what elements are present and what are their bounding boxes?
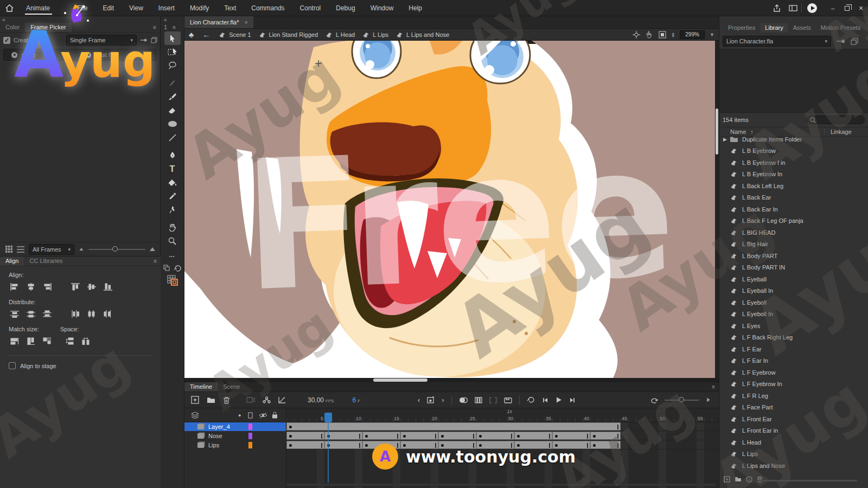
delete-item-icon[interactable] — [757, 476, 763, 483]
library-item-row[interactable]: ▶ L Back F Leg OF panja — [719, 215, 868, 227]
layer-name-row[interactable]: Lips — [184, 441, 286, 450]
text-tool[interactable]: T — [164, 162, 181, 176]
rotate-canvas-icon[interactable] — [645, 31, 654, 38]
layer-name-row[interactable]: Nose — [184, 432, 286, 440]
timeline-menu-icon[interactable]: ≡ — [712, 384, 716, 390]
tab-cc-libraries[interactable]: CC Libraries — [24, 256, 68, 266]
library-item-row[interactable]: ▶ Duplicate Items Folder — [719, 133, 868, 145]
test-movie-button[interactable] — [807, 3, 817, 13]
library-item-row[interactable]: ▶ L Front Ear in — [719, 425, 868, 437]
layer-outline-color[interactable] — [248, 423, 252, 430]
onion-outline-icon[interactable] — [475, 397, 482, 403]
insert-keyframe-icon[interactable] — [427, 396, 435, 403]
parenting-view-icon[interactable] — [263, 396, 271, 403]
loop-mode-dropdown[interactable]: Single Frame▾ — [66, 35, 137, 46]
close-button[interactable]: ✕ — [854, 0, 868, 16]
breadcrumb-item[interactable]: Scene 1 — [219, 31, 251, 38]
center-frame-icon[interactable] — [633, 31, 640, 38]
horizontal-scrollbar[interactable] — [184, 378, 719, 382]
library-item-row[interactable]: ▶ L Lips and Nose — [719, 460, 868, 472]
output-range-icon[interactable] — [504, 397, 512, 403]
menu-item[interactable]: View — [122, 0, 151, 16]
tab-align[interactable]: Align — [0, 256, 24, 266]
menu-item[interactable]: Control — [292, 0, 329, 16]
library-item-row[interactable]: ▶ L Back Ear In — [719, 203, 868, 215]
tab-properties[interactable]: Properties — [724, 23, 760, 33]
frames-filter-dropdown[interactable]: All Frames▾ — [29, 244, 74, 255]
library-item-row[interactable]: ▶ L Back Ear — [719, 192, 868, 204]
tab-frame-picker[interactable]: Frame Picker — [25, 23, 71, 32]
new-frame-icon[interactable] — [191, 396, 199, 404]
menu-item[interactable]: File — [69, 0, 95, 16]
free-transform-tool[interactable] — [164, 45, 181, 59]
show-all-dot-icon[interactable]: ● — [238, 413, 241, 418]
workspace-icon[interactable] — [785, 0, 801, 16]
collapse-panel-icon[interactable]: « — [2, 17, 5, 23]
menu-item[interactable]: Insert — [151, 0, 182, 16]
grid-view-icon[interactable] — [5, 246, 12, 253]
library-item-row[interactable]: ▶ L B Eyebrow In — [719, 169, 868, 181]
eraser-tool[interactable] — [164, 104, 181, 117]
stage-canvas[interactable] — [184, 41, 715, 378]
library-item-row[interactable]: ▶ L Body PART IN — [719, 262, 868, 274]
playhead[interactable] — [324, 413, 332, 422]
hand-tool[interactable] — [164, 221, 181, 234]
new-folder-icon[interactable] — [207, 397, 215, 403]
library-item-row[interactable]: ▶ L F Ear In — [719, 355, 868, 367]
edit-multiple-frames-icon[interactable] — [489, 397, 497, 403]
match-both-button[interactable] — [41, 336, 53, 346]
layer-frames-row[interactable] — [286, 441, 719, 450]
layer-frames-row[interactable] — [286, 422, 719, 431]
library-item-row[interactable]: ▶ L F R Leg — [719, 390, 868, 402]
fps-value[interactable]: 30.00 — [308, 396, 324, 404]
tab-close-icon[interactable]: × — [245, 19, 248, 25]
breadcrumb-item[interactable]: L Lips — [362, 31, 388, 38]
tab-scene[interactable]: Scene — [218, 382, 245, 391]
zoom-dropdown-icon[interactable]: ▼ — [710, 32, 714, 37]
menu-item[interactable]: Window — [363, 0, 401, 16]
breadcrumb-item[interactable]: Lion Stand Rigged — [259, 31, 318, 38]
reset-timeline-zoom-icon[interactable] — [650, 397, 658, 403]
new-library-panel-icon[interactable] — [851, 38, 858, 45]
loop-icon[interactable] — [527, 396, 535, 403]
library-item-row[interactable]: ▶ L Lips — [719, 448, 868, 460]
layer-outline-color[interactable] — [248, 442, 252, 448]
menu-item[interactable]: Modify — [182, 0, 216, 16]
breadcrumb-item[interactable]: L Head — [326, 31, 355, 38]
lasso-tool[interactable] — [164, 59, 181, 72]
distribute-right-button[interactable] — [102, 309, 114, 319]
library-item-row[interactable]: ▶ L B Eyebrow — [719, 145, 868, 157]
library-item-row[interactable]: ▶ L F Eyebrow In — [719, 378, 868, 390]
library-item-row[interactable]: ▶ L Big Hair — [719, 239, 868, 251]
pin-library-icon[interactable] — [837, 39, 845, 43]
classic-brush-tool[interactable] — [164, 90, 181, 104]
align-center-h-button[interactable] — [25, 281, 37, 292]
eyedropper-tool[interactable] — [164, 189, 181, 203]
library-item-row[interactable]: ▶ L F Eyebrow — [719, 367, 868, 378]
library-document-dropdown[interactable]: Lion Character.fla▾ — [723, 36, 831, 47]
lock-icon[interactable] — [272, 412, 278, 419]
align-to-stage-checkbox[interactable] — [9, 362, 16, 369]
restore-button[interactable] — [840, 0, 854, 16]
tools-menu-icon[interactable]: ≡ — [173, 24, 176, 30]
document-tab[interactable]: Lion Character.fla* × — [184, 16, 253, 28]
minimize-button[interactable]: – — [826, 0, 840, 16]
current-frame-value[interactable]: 6 — [353, 396, 356, 404]
align-left-button[interactable] — [9, 281, 21, 292]
menu-item[interactable]: Debug — [328, 0, 362, 16]
create-keyframe-checkbox[interactable]: ✓ — [3, 37, 10, 44]
menu-item[interactable]: Edit — [95, 0, 122, 16]
step-back-icon[interactable] — [542, 397, 548, 403]
home-icon[interactable] — [0, 4, 18, 12]
play-icon[interactable] — [556, 396, 562, 403]
back-arrow-icon[interactable]: ← — [202, 30, 210, 39]
clip-content-icon[interactable] — [659, 31, 666, 38]
zoom-level-input[interactable]: 299% — [680, 30, 705, 39]
outline-column-icon[interactable] — [248, 412, 253, 419]
panel-menu-icon[interactable]: ≡ — [153, 24, 157, 30]
item-properties-icon[interactable] — [746, 476, 752, 483]
zoom-stepper[interactable]: ▲▼ — [671, 32, 675, 37]
timeline-zoom-slider[interactable] — [665, 400, 699, 401]
match-width-button[interactable] — [9, 336, 21, 346]
library-item-row[interactable]: ▶ L BIG HEAD — [719, 227, 868, 239]
